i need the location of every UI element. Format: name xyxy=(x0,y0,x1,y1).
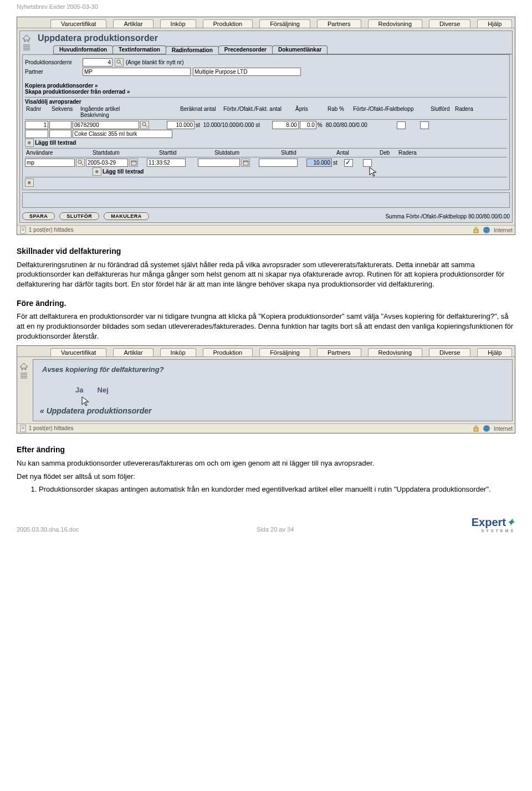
forbr-antal-text: 10.000/10.000/0.000 st xyxy=(201,122,271,128)
search-user-icon[interactable] xyxy=(76,159,85,167)
rab-unit: % xyxy=(318,122,323,128)
col-artikel-besk: Ingående artikel Beskrivning xyxy=(79,106,179,118)
search-artikel-icon[interactable] xyxy=(140,121,149,129)
makulera-button[interactable]: MAKULERA xyxy=(104,212,149,220)
globe-icon xyxy=(483,425,490,432)
radnr-input-2[interactable] xyxy=(25,130,48,138)
radnr-input[interactable] xyxy=(25,121,48,129)
list-icon[interactable] xyxy=(22,43,31,51)
rab-input[interactable] xyxy=(300,121,316,129)
menu-produktion[interactable]: Produktion xyxy=(203,348,253,356)
col-rab: Rab % xyxy=(326,106,352,118)
partner-name-input[interactable] xyxy=(193,68,301,76)
partner-code-input[interactable] xyxy=(83,68,191,76)
apris-input[interactable] xyxy=(272,121,299,129)
columns-a: Radnr Sekvens Ingående artikel Beskrivni… xyxy=(25,106,507,118)
side-icon-bar xyxy=(17,359,30,382)
search-order-icon[interactable] xyxy=(115,58,124,67)
starttid-input[interactable] xyxy=(147,159,186,167)
menu-diverse[interactable]: Diverse xyxy=(429,19,470,28)
artikel-input[interactable] xyxy=(73,121,139,129)
slutford-checkbox[interactable] xyxy=(397,121,406,129)
sekvens-input-2[interactable] xyxy=(49,130,71,138)
svg-line-6 xyxy=(120,63,122,65)
menu-redovisning[interactable]: Redovisning xyxy=(368,348,423,356)
menu-diverse[interactable]: Diverse xyxy=(429,348,470,356)
menu-hjalp[interactable]: Hjälp xyxy=(477,348,512,356)
lagg-till-textrad-b[interactable]: Lägg till textrad xyxy=(103,169,144,175)
subtab-radinformation[interactable]: Radinformation xyxy=(166,46,219,54)
menu-varucertifikat[interactable]: Varucertifikat xyxy=(50,348,106,356)
dialog-question: Avses kopiering för delfakturering? xyxy=(37,363,509,376)
lagg-till-textrad[interactable]: Lägg till textrad xyxy=(35,140,76,146)
menu-inkop[interactable]: Inköp xyxy=(160,19,196,28)
radera-b-checkbox[interactable] xyxy=(363,159,372,167)
menu-forsaljning[interactable]: Försäljning xyxy=(259,19,310,28)
menu-varucertifikat[interactable]: Varucertifikat xyxy=(50,19,106,28)
menu-inkop[interactable]: Inköp xyxy=(160,348,196,356)
list-item: Produktionsorder skapas antingen automat… xyxy=(39,484,515,494)
col-artikel: Ingående artikel xyxy=(80,106,120,112)
menu-redovisning[interactable]: Redovisning xyxy=(368,19,423,28)
slutfor-button[interactable]: SLUTFÖR xyxy=(59,212,99,220)
spacer xyxy=(22,192,510,208)
sekvens-input[interactable] xyxy=(49,121,71,129)
ja-link[interactable]: Ja xyxy=(75,386,83,394)
list-icon[interactable] xyxy=(19,371,28,379)
menu-hjalp[interactable]: Hjälp xyxy=(477,19,512,28)
summa-value: 80.00/80.00/0.00 xyxy=(468,213,510,220)
order-nr-input[interactable] xyxy=(83,58,112,67)
slutdatum-input[interactable] xyxy=(198,159,240,167)
col-slutdatum: Slutdatum xyxy=(213,150,280,156)
home-icon[interactable] xyxy=(19,363,28,370)
subtab-textinformation[interactable]: Textinformation xyxy=(112,45,166,54)
svg-rect-11 xyxy=(131,161,136,165)
antal-b-input[interactable] xyxy=(306,159,332,167)
svg-rect-23 xyxy=(21,425,25,432)
col-radera: Radera xyxy=(454,106,476,118)
nej-link[interactable]: Nej xyxy=(98,386,109,394)
antal-input[interactable] xyxy=(167,121,195,129)
add-row-icon[interactable]: ≡ xyxy=(93,167,101,176)
visa-dolj-header[interactable]: Visa/dölj avropsrader xyxy=(25,97,507,106)
menu-partners[interactable]: Partners xyxy=(317,348,361,356)
user-input[interactable] xyxy=(25,159,75,167)
add-row-icon[interactable]: ≡ xyxy=(25,139,34,147)
sluttid-input[interactable] xyxy=(259,159,298,167)
back-link[interactable]: « Uppdatera produktionsorder xyxy=(37,404,509,417)
subtab-dokumentlankar[interactable]: Dokumentlänkar xyxy=(272,45,328,54)
calendar-icon[interactable] xyxy=(129,159,138,167)
add-section-icon[interactable]: ≡ xyxy=(25,178,34,187)
beskrivning-input[interactable] xyxy=(73,130,172,138)
deb-checkbox[interactable] xyxy=(344,159,353,167)
status-bar: 1 post(er) hittades Internet xyxy=(17,423,515,433)
svg-rect-24 xyxy=(474,428,478,431)
subtab-precedensorder[interactable]: Precedensorder xyxy=(218,45,273,54)
menu-produktion[interactable]: Produktion xyxy=(203,19,253,28)
footer-page-number: Sida 20 av 34 xyxy=(257,526,294,533)
link-kopiera-order[interactable]: Kopiera produktionsorder » xyxy=(25,83,507,89)
svg-line-10 xyxy=(81,163,83,165)
col-beskrivning: Beskrivning xyxy=(80,112,109,118)
menu-artiklar[interactable]: Artiklar xyxy=(113,19,153,28)
menu-partners[interactable]: Partners xyxy=(317,19,361,28)
heading-fore: Före ändring. xyxy=(17,298,515,309)
spara-button[interactable]: SPARA xyxy=(22,212,55,220)
subtab-huvudinformation[interactable]: Huvudinformation xyxy=(53,45,113,54)
home-icon[interactable] xyxy=(22,34,31,42)
col-slutford: Slutförd xyxy=(429,106,454,118)
table-row: st 10.000/10.000/0.000 st % 80.00/80.00/… xyxy=(25,121,507,129)
main-menu: Varucertifikat Artiklar Inköp Produktion… xyxy=(17,17,515,28)
calendar-icon[interactable] xyxy=(241,159,250,167)
radera-checkbox[interactable] xyxy=(420,121,429,129)
startdatum-input[interactable] xyxy=(86,159,128,167)
col-anvandare: Användare xyxy=(25,150,91,156)
menu-artiklar[interactable]: Artiklar xyxy=(113,348,153,356)
paragraph: För att delfakturera en produktionsorder… xyxy=(17,312,515,341)
heading-efter: Efter ändring xyxy=(17,445,515,455)
logo-subtext: SYSTEMS xyxy=(472,529,515,533)
link-skapa-order[interactable]: Skapa produktionsorder från orderrad » xyxy=(25,89,507,95)
menu-forsaljning[interactable]: Försäljning xyxy=(259,348,310,356)
globe-icon xyxy=(483,226,490,234)
col-forbr-antal: Förbr./Ofakt./Fakt. antal xyxy=(222,106,294,118)
